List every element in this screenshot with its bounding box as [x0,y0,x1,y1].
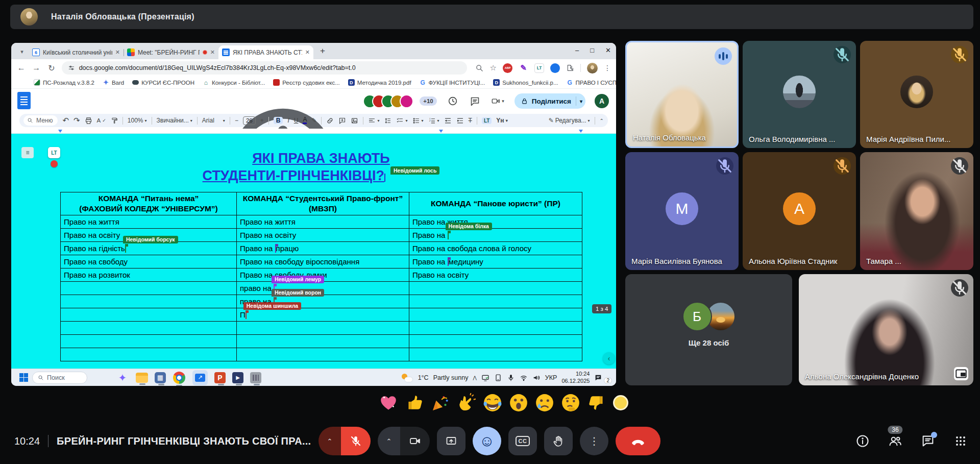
share-button[interactable]: Поділитися ▾ [514,93,585,109]
new-tab-button[interactable]: + [316,45,329,57]
participant-tile[interactable]: Наталія Обловацька [625,41,739,148]
extensions-icon[interactable] [566,64,574,72]
table-cell[interactable] [237,348,409,361]
minimize-tile-icon[interactable] [954,367,968,380]
table-cell[interactable]: Право на освіту [409,268,582,281]
powerpoint-icon[interactable]: P [214,372,226,383]
table-cell[interactable] [237,334,409,348]
wifi-icon[interactable] [520,374,528,382]
url-bar[interactable]: docs.google.com/document/d/18Geq_UILWgS4… [62,61,467,75]
clear-format-button[interactable]: T [469,117,472,124]
underline-button[interactable]: U [294,117,299,124]
camera-options-chevron[interactable]: ⌃ [378,427,400,455]
languagetool-extension-icon[interactable]: LT [534,63,544,73]
camera-button[interactable] [400,427,430,455]
side-panel-chevron-icon[interactable]: ‹ [603,352,615,364]
tab-close-icon[interactable]: ✕ [115,49,120,56]
reactions-button[interactable]: ☺ [473,427,501,455]
adblock-extension-icon[interactable]: ABP [503,63,512,73]
present-button[interactable] [437,427,465,455]
tray-expand-icon[interactable]: ⋀ [473,375,476,380]
taskbar-condition[interactable]: Partly sunny [433,374,469,381]
table-cell[interactable]: Право на медицину [409,255,582,268]
taskbar-search[interactable]: Поиск [32,372,87,384]
table-cell[interactable]: Право на свободу [61,255,237,268]
collaborator-avatar[interactable] [400,94,413,108]
misc-app-icon[interactable] [250,372,261,383]
back-icon[interactable]: ← [16,63,27,72]
taskbar-clock[interactable]: 10:2406.12.2025 [561,371,590,385]
taskbar-temperature[interactable]: 1°C [418,374,429,381]
input-tools-button[interactable]: Yн▾ [496,117,507,124]
copilot-icon[interactable]: ✦ [116,371,129,384]
participants-button[interactable]: 36 [888,434,902,448]
share-dropdown-icon[interactable]: ▾ [580,99,582,104]
chat-button[interactable] [921,434,935,448]
site-settings-icon[interactable] [68,64,75,71]
line-spacing-button[interactable] [384,117,391,125]
leave-call-button[interactable] [616,427,660,455]
table-cell[interactable]: Право на гідністьНевідомий борсук [61,241,237,255]
table-cell[interactable]: Право на розвиток [61,268,237,281]
more-options-button[interactable]: ⋮ [580,427,608,455]
table-cell[interactable] [61,295,237,308]
bookmark-item-2[interactable]: ✦Bard [103,79,124,86]
undo-button[interactable]: ↶ [62,116,69,125]
reaction-thumbs-down[interactable] [587,393,606,412]
activities-button[interactable] [953,434,968,448]
document-canvas[interactable]: ≡ LT ЯКІ ПРАВА ЗНАЮТЬ СТУДЕНТИ-ГРІНЧЕНКІ… [11,134,616,369]
table-cell[interactable] [409,295,582,308]
bookmark-item-7[interactable]: GФУКЦІЇ ІНСТИТУЦІ... [420,79,485,86]
font-size-decrease[interactable]: − [235,117,238,124]
docs-logo-icon[interactable] [17,92,31,109]
weather-icon[interactable] [401,374,412,382]
insert-image-button[interactable] [351,117,358,125]
captions-button[interactable]: CC [508,427,537,455]
volume-icon[interactable] [532,374,541,382]
profile-avatar[interactable] [587,63,598,74]
comments-icon[interactable] [469,94,482,108]
info-button[interactable] [855,434,870,448]
table-cell[interactable] [409,308,582,321]
table-cell[interactable] [237,321,409,334]
browser-menu-icon[interactable]: ⋮ [604,64,611,72]
table-cell[interactable] [61,348,237,361]
maximize-window-icon[interactable]: □ [590,46,594,54]
more-collaborators-badge[interactable]: +10 [420,96,437,106]
screenshare-app-icon[interactable]: ↗ [192,370,208,385]
participant-tile[interactable]: Ольга Володимирівна ... [743,41,856,148]
reaction-wow[interactable] [509,393,528,412]
highlight-button[interactable]: ✎ [311,117,316,124]
mic-button-muted[interactable] [341,427,371,455]
calculator-icon[interactable]: ▦ [155,372,166,383]
languagetool-widget[interactable]: LT [48,147,60,158]
indent-marker[interactable] [58,130,62,133]
reaction-sad[interactable] [535,393,554,412]
bookmark-item-6[interactable]: DМетодичка 2019.pdf [348,79,411,86]
bookmark-item-8[interactable]: DSukhonos_funkcii.p... [493,79,558,86]
table-cell[interactable] [61,308,237,321]
font-size-value[interactable]: 26 [243,116,256,125]
pen-extension-icon[interactable]: ✎ [519,63,528,73]
tile-more-participants[interactable]: БЩе 28 осіб [625,274,792,385]
browser-tab-3[interactable]: ЯКІ ПРАВА ЗНАЮТЬ СТУДЕНТИ✕ [218,45,313,59]
bookmark-item-9[interactable]: GПРАВО І СУСПІЛЬС... [567,79,616,86]
zoom-select[interactable]: 100% ▾ [128,117,147,124]
zoom-icon[interactable] [475,64,484,72]
font-select[interactable]: Arial ▾ [202,117,225,124]
table-cell[interactable] [409,348,582,361]
table-cell[interactable] [409,281,582,295]
explorer-icon[interactable] [136,373,148,383]
participant-tile[interactable]: Альона Олександрівна Доценко [799,274,973,385]
languagetool-error-dot[interactable] [51,160,58,167]
redo-button[interactable]: ↷ [74,116,80,125]
media-app-icon[interactable]: ▶ [232,372,243,383]
reaction-tada[interactable] [431,393,450,412]
text-color-button[interactable]: A [303,117,307,124]
bookmark-item-1[interactable]: ПС-Розклад v.3.8.2 [34,79,94,86]
tab-search-chevron-icon[interactable]: ▾ [16,46,28,57]
browser-tab-1[interactable]: 6Київський столичний універси✕ [29,45,124,59]
participant-tile[interactable]: Тамара ... [860,152,973,270]
minimize-window-icon[interactable]: – [575,46,579,54]
numbered-list-button[interactable]: 12▾ [428,117,439,125]
